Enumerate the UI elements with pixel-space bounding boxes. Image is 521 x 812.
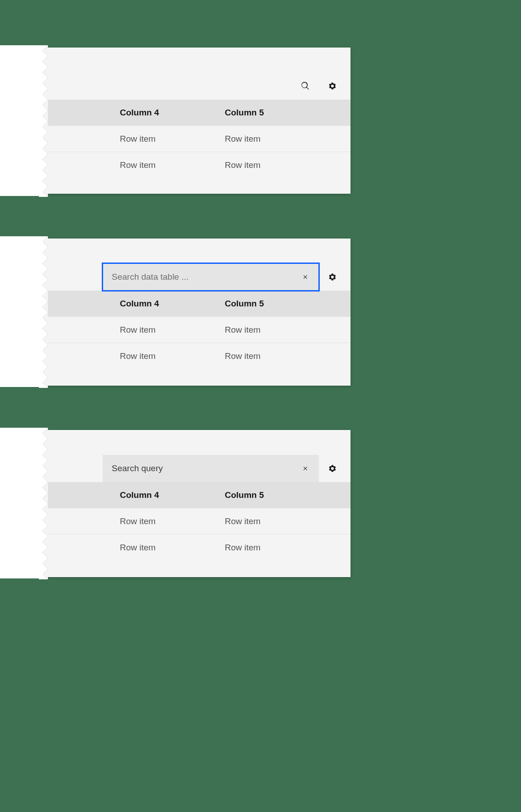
search-box-focused[interactable] [103, 263, 319, 291]
settings-icon [328, 272, 337, 282]
torn-edge-mask [0, 428, 43, 578]
table-row[interactable]: n Row item Row item [43, 125, 350, 152]
cell: Row item [120, 134, 225, 144]
cell: Row item [225, 134, 350, 144]
torn-edge-mask [0, 45, 43, 196]
table-row[interactable]: n Row item Row item [43, 534, 350, 560]
search-button[interactable] [292, 72, 319, 100]
search-clear-button[interactable] [292, 263, 319, 291]
torn-edge [39, 45, 48, 197]
table-header-row: 3 Column 4 Column 5 [43, 482, 350, 508]
data-table-panel-1: 3 Column 4 Column 5 n Row item Row item … [43, 48, 350, 194]
cell: Row item [120, 351, 225, 361]
svg-rect-1 [39, 236, 48, 388]
cell: Row item [225, 543, 350, 553]
settings-icon [328, 81, 337, 91]
search-input[interactable] [103, 263, 292, 291]
column-header-5[interactable]: Column 5 [225, 108, 350, 118]
cell: Row item [225, 516, 350, 526]
column-header-5[interactable]: Column 5 [225, 490, 350, 500]
cell: Row item [225, 160, 350, 170]
table-row[interactable]: n Row item Row item [43, 316, 350, 343]
table-row[interactable]: n Row item Row item [43, 508, 350, 534]
cell: Row item [120, 516, 225, 526]
settings-button[interactable] [319, 72, 346, 100]
cell: Row item [120, 325, 225, 335]
torn-edge-mask [0, 236, 43, 387]
torn-edge [39, 428, 48, 579]
search-clear-button[interactable] [292, 455, 319, 482]
cell: Row item [120, 160, 225, 170]
table-header-row: 3 Column 4 Column 5 [43, 100, 350, 125]
cell: Row item [225, 325, 350, 335]
settings-button[interactable] [319, 263, 346, 291]
table-toolbar [43, 263, 350, 291]
column-header-4[interactable]: Column 4 [120, 490, 225, 500]
column-header-4[interactable]: Column 4 [120, 108, 225, 118]
data-table-panel-2: 3 Column 4 Column 5 n Row item Row item … [43, 239, 350, 386]
search-box[interactable] [103, 455, 319, 482]
settings-icon [328, 464, 337, 473]
svg-rect-2 [39, 428, 48, 579]
table-row[interactable]: n Row item Row item [43, 343, 350, 369]
toolbar-area [43, 48, 350, 100]
cell: Row item [120, 543, 225, 553]
search-input[interactable] [103, 455, 292, 482]
close-icon [302, 465, 309, 472]
table-toolbar [43, 72, 350, 100]
search-icon [301, 81, 310, 91]
close-icon [302, 273, 309, 281]
cell: Row item [225, 351, 350, 361]
toolbar-area [43, 239, 350, 291]
table-header-row: 3 Column 4 Column 5 [43, 291, 350, 316]
column-header-5[interactable]: Column 5 [225, 299, 350, 309]
settings-button[interactable] [319, 455, 346, 482]
table-row[interactable]: n Row item Row item [43, 152, 350, 178]
svg-rect-0 [39, 45, 48, 197]
column-header-4[interactable]: Column 4 [120, 299, 225, 309]
table-toolbar [43, 455, 350, 482]
torn-edge [39, 236, 48, 388]
data-table-panel-3: 3 Column 4 Column 5 n Row item Row item … [43, 430, 350, 577]
toolbar-area [43, 430, 350, 482]
